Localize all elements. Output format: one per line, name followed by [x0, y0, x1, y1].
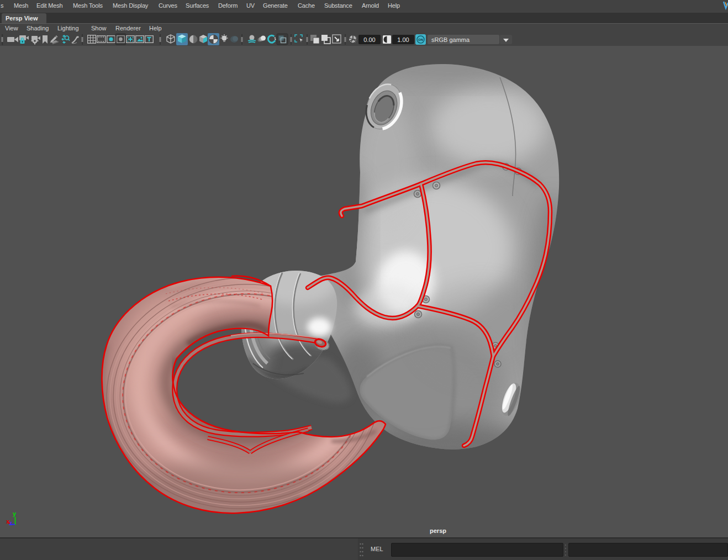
svg-text:sRGB gamma: sRGB gamma: [431, 36, 470, 43]
svg-text:ON: ON: [418, 38, 423, 41]
svg-text:1.00: 1.00: [397, 36, 409, 43]
svg-text:z: z: [9, 520, 13, 526]
svg-text:y: y: [13, 510, 17, 517]
svg-text:0.00: 0.00: [363, 36, 375, 43]
